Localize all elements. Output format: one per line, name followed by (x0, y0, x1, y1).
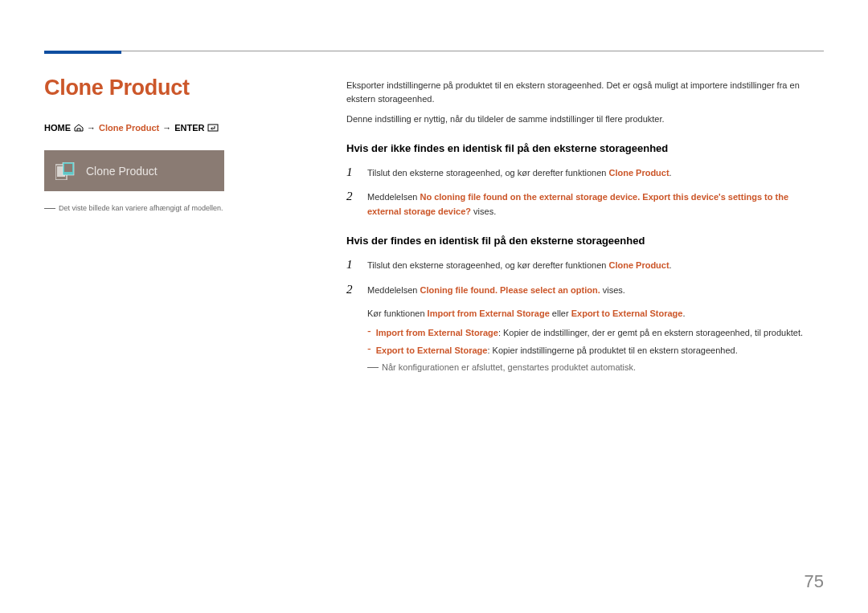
breadcrumb-home: HOME (44, 123, 71, 133)
footnote-text: Det viste billede kan variere afhængigt … (59, 204, 223, 212)
config-note: ― Når konfigurationen er afsluttet, gens… (367, 362, 824, 372)
breadcrumb-clone-product: Clone Product (99, 123, 159, 133)
step-number: 2 (346, 190, 356, 203)
intro-paragraph-2: Denne indstilling er nyttig, når du tild… (346, 112, 824, 126)
left-column: Clone Product HOME → Clone Product → ENT… (44, 76, 301, 372)
left-footnote: ― Det viste billede kan variere afhængig… (44, 204, 301, 212)
export-bullet: - Export to External Storage: Kopier ind… (367, 344, 824, 358)
config-note-dash: ― (367, 362, 379, 370)
bullet-text: Import from External Storage: Kopier de … (376, 326, 803, 341)
enter-icon (207, 124, 219, 132)
breadcrumb-arrow-1: → (87, 123, 96, 133)
page-title: Clone Product (44, 76, 301, 100)
home-icon (74, 124, 84, 132)
svg-rect-4 (64, 164, 72, 172)
section-1-step-1: 1 Tilslut den eksterne storageenhed, og … (346, 166, 824, 181)
svg-rect-0 (208, 125, 218, 131)
breadcrumb: HOME → Clone Product → ENTER (44, 123, 301, 133)
section-1-heading: Hvis der ikke findes en identisk fil på … (346, 142, 824, 154)
clone-product-tile-icon (55, 162, 76, 180)
section-1-step-2: 2 Meddelelsen No cloning file found on t… (346, 190, 824, 219)
step-text: Meddelelsen No cloning file found on the… (367, 190, 824, 219)
footnote-dash: ― (44, 204, 55, 210)
content-wrapper: Clone Product HOME → Clone Product → ENT… (44, 76, 824, 372)
clone-product-tile-label: Clone Product (86, 165, 158, 178)
section-2-step-1: 1 Tilslut den eksterne storageenhed, og … (346, 258, 824, 273)
section-2-heading: Hvis der findes en identisk fil på den e… (346, 235, 824, 247)
section-2-step-2: 2 Meddelelsen Cloning file found. Please… (346, 283, 824, 298)
bullet-text: Export to External Storage: Kopier indst… (376, 344, 738, 358)
clone-product-tile: Clone Product (44, 150, 224, 191)
right-column: Eksporter indstillingerne på produktet t… (346, 76, 824, 372)
run-function-line: Kør funktionen Import from External Stor… (367, 307, 824, 321)
breadcrumb-arrow-2: → (162, 123, 171, 133)
step-number: 1 (346, 258, 356, 272)
import-bullet: - Import from External Storage: Kopier d… (367, 326, 824, 341)
step-number: 2 (346, 283, 356, 296)
page-number: 75 (805, 571, 824, 592)
step-text: Meddelelsen Cloning file found. Please s… (367, 284, 625, 298)
accent-bar (44, 51, 121, 54)
step-number: 1 (346, 166, 356, 179)
bullet-dash: - (367, 344, 371, 353)
breadcrumb-enter: ENTER (174, 123, 204, 133)
step-text: Tilslut den eksterne storageenhed, og kø… (367, 259, 672, 273)
bullet-dash: - (367, 326, 371, 336)
intro-paragraph-1: Eksporter indstillingerne på produktet t… (346, 79, 824, 105)
step-text: Tilslut den eksterne storageenhed, og kø… (367, 166, 672, 181)
top-horizontal-rule (44, 51, 824, 51)
config-note-text: Når konfigurationen er afsluttet, gensta… (382, 362, 636, 372)
